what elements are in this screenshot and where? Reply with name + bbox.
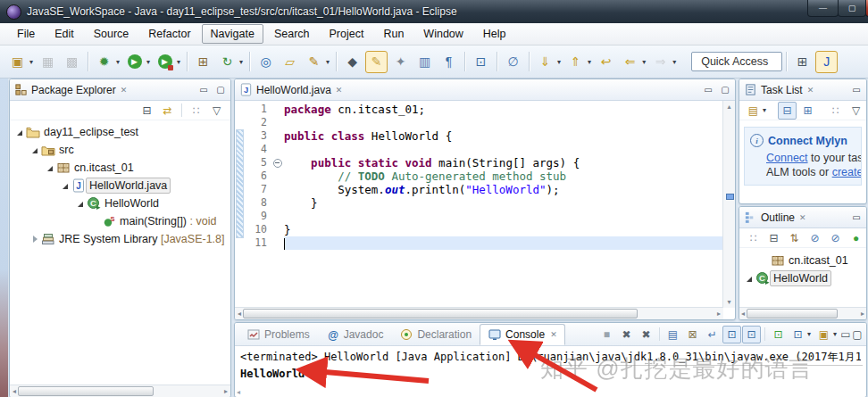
- run-last-launched-icon[interactable]: ↻: [216, 51, 238, 73]
- tree-item[interactable]: JHelloWorld.java: [10, 177, 230, 194]
- minimize-view-icon[interactable]: ▭: [851, 212, 862, 222]
- menu-item-source[interactable]: Source: [85, 24, 138, 44]
- open-console-icon[interactable]: ⊡: [789, 326, 807, 343]
- code-line[interactable]: 6 // TODO Auto-generated method stub: [235, 170, 723, 183]
- debug-icon[interactable]: ✹: [93, 51, 115, 73]
- dropdown-arrow-icon[interactable]: ▾: [146, 58, 150, 66]
- view-menu-icon[interactable]: ▽: [847, 102, 865, 120]
- maximize-view-icon[interactable]: ▢: [215, 85, 226, 95]
- collapse-all-icon[interactable]: ⊟: [764, 229, 783, 247]
- dropdown-arrow-icon[interactable]: ▾: [763, 106, 766, 114]
- expand-arrow-icon[interactable]: [745, 274, 755, 284]
- dropdown-arrow-icon[interactable]: ▾: [239, 58, 243, 66]
- run-as-icon[interactable]: ▶: [154, 51, 176, 73]
- tab-console[interactable]: Console✕: [480, 324, 565, 345]
- new-wizard-icon[interactable]: ▣: [6, 51, 29, 73]
- scheduled-icon[interactable]: ⊞: [798, 102, 817, 120]
- outline-hscrollbar[interactable]: ◂▸: [739, 307, 866, 319]
- run-icon[interactable]: ▶: [123, 51, 146, 73]
- dropdown-arrow-icon[interactable]: ▾: [557, 58, 561, 66]
- outline-header[interactable]: Outline ✕ ▭: [739, 207, 866, 228]
- close-view-icon[interactable]: ✕: [799, 213, 806, 222]
- code-line[interactable]: 2: [235, 116, 723, 129]
- clear-console-icon[interactable]: ▤: [664, 326, 682, 343]
- minimize-view-icon[interactable]: ▭: [851, 85, 862, 95]
- focus-icon[interactable]: ∷: [744, 229, 763, 247]
- close-view-icon[interactable]: ✕: [807, 86, 814, 95]
- quick-access-input[interactable]: Quick Access: [691, 52, 782, 71]
- editor-tab-helloworld[interactable]: HelloWorld.java: [256, 84, 331, 96]
- new-task-icon[interactable]: ▤: [744, 102, 763, 120]
- new-java-project-icon[interactable]: ⊞: [192, 51, 214, 73]
- close-editor-icon[interactable]: ✕: [336, 86, 343, 95]
- back-icon[interactable]: ⇐: [619, 51, 641, 73]
- tree-item[interactable]: Smain(String[]) : void: [10, 212, 230, 230]
- menu-item-project[interactable]: Project: [321, 24, 373, 44]
- open-console-view-icon[interactable]: ⊡: [470, 51, 492, 73]
- format-brush-icon[interactable]: ✎: [303, 51, 325, 73]
- display-selected-console-icon[interactable]: ⊡: [769, 326, 788, 343]
- task-list-header[interactable]: Task List ✕ ▭: [739, 79, 866, 101]
- dropdown-arrow-icon[interactable]: ▾: [326, 58, 330, 66]
- mark-occurrences-icon[interactable]: ✎: [365, 51, 388, 73]
- code-line[interactable]: 3public class HelloWorld {: [235, 129, 723, 143]
- window-maximize-button[interactable]: ▢: [838, 0, 866, 17]
- code-line[interactable]: 8 }: [235, 196, 723, 210]
- focus-icon[interactable]: ∷: [826, 102, 845, 120]
- package-explorer-hscrollbar[interactable]: ◂▸: [10, 385, 230, 397]
- toggle-mark-occurrences-icon[interactable]: ∅: [502, 51, 524, 73]
- dropdown-arrow-icon[interactable]: ▾: [116, 58, 120, 66]
- tree-item[interactable]: CHelloWorld: [739, 269, 866, 287]
- expand-arrow-icon[interactable]: [61, 181, 71, 191]
- show-source-icon[interactable]: ▥: [413, 51, 436, 73]
- save-icon[interactable]: ▦: [37, 51, 59, 73]
- fold-collapse-icon[interactable]: [272, 156, 284, 170]
- code-line[interactable]: 9: [235, 210, 723, 223]
- save-all-icon[interactable]: ▩: [61, 51, 83, 73]
- window-minimize-button[interactable]: —: [807, 0, 839, 17]
- hide-fields-icon[interactable]: ⊘: [805, 229, 824, 247]
- code-line[interactable]: 5 public static void main(String[] args)…: [235, 156, 723, 170]
- open-type-icon[interactable]: ◎: [255, 51, 277, 73]
- expand-arrow-icon[interactable]: [15, 128, 25, 137]
- code-line[interactable]: 10}: [235, 223, 723, 236]
- menu-item-file[interactable]: File: [8, 24, 44, 44]
- hide-static-icon[interactable]: ⊘: [826, 229, 845, 247]
- forward-icon[interactable]: ⇒: [649, 51, 672, 73]
- next-annotation-icon[interactable]: ⇓: [534, 51, 556, 73]
- menu-item-edit[interactable]: Edit: [46, 24, 83, 44]
- open-resource-icon[interactable]: ▱: [279, 51, 301, 73]
- new-console-view-icon[interactable]: ▣: [814, 326, 833, 343]
- tab-problems[interactable]: Problems: [238, 324, 318, 345]
- word-wrap-icon[interactable]: ↵: [703, 326, 722, 343]
- build-automatically-icon[interactable]: ✦: [389, 51, 412, 73]
- menu-item-search[interactable]: Search: [265, 24, 319, 44]
- code-line[interactable]: 1package cn.itcast_01;: [235, 103, 723, 116]
- close-view-icon[interactable]: ✕: [121, 86, 128, 95]
- minimize-view-icon[interactable]: ▭: [198, 85, 209, 95]
- collapse-all-icon[interactable]: ⊟: [138, 102, 156, 120]
- last-edit-location-icon[interactable]: ↩: [595, 51, 617, 73]
- expand-arrow-icon[interactable]: [30, 235, 40, 244]
- menu-item-help[interactable]: Help: [474, 24, 515, 44]
- connect-link[interactable]: Connect: [766, 152, 808, 164]
- menu-item-window[interactable]: Window: [414, 24, 472, 44]
- tree-item[interactable]: cn.itcast_01: [739, 252, 866, 269]
- minimize-editor-icon[interactable]: ▭: [703, 85, 714, 95]
- tree-item[interactable]: day11_eclipse_test: [10, 123, 230, 141]
- link-with-editor-icon[interactable]: ⇄: [158, 102, 177, 120]
- dropdown-arrow-icon[interactable]: ▾: [588, 58, 591, 66]
- menu-item-refactor[interactable]: Refactor: [139, 24, 199, 44]
- code-line[interactable]: 7 System.out.println("HelloWorld");: [235, 183, 723, 196]
- categorized-icon[interactable]: ⊟: [778, 102, 797, 120]
- pin-console-icon[interactable]: ⊡: [722, 326, 741, 343]
- view-menu-icon[interactable]: ▽: [207, 102, 226, 120]
- code-line[interactable]: 4: [235, 143, 723, 156]
- create-task-link[interactable]: create: [832, 166, 862, 178]
- sort-icon[interactable]: ⇅: [785, 229, 804, 247]
- open-perspective-icon[interactable]: ⊞: [791, 51, 814, 73]
- editor-hscrollbar[interactable]: ◂▸: [235, 307, 723, 319]
- package-explorer-header[interactable]: Package Explorer ✕ ▭ ▢: [10, 79, 230, 101]
- menu-item-run[interactable]: Run: [374, 24, 413, 44]
- expand-arrow-icon[interactable]: [46, 163, 55, 173]
